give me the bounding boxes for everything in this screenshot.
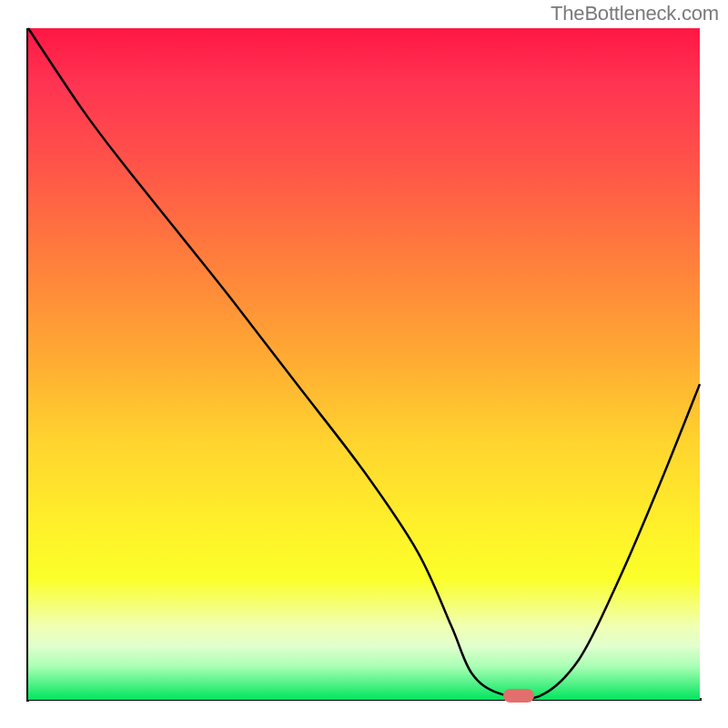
- bottleneck-curve: [28, 28, 700, 700]
- optimum-marker: [503, 689, 534, 703]
- chart-area: [28, 28, 700, 700]
- watermark-text: TheBottleneck.com: [551, 2, 719, 25]
